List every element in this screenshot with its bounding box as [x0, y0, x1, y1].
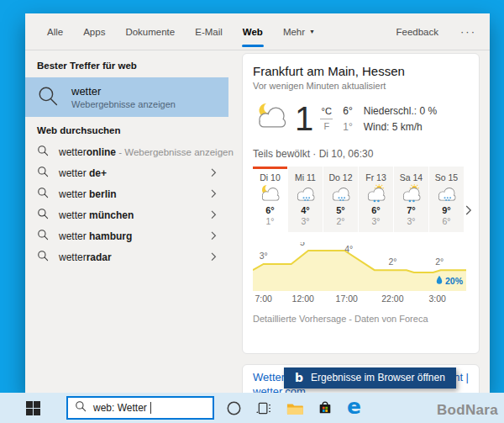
cortana-button[interactable]: [226, 400, 242, 416]
suggestion-list: wetteronline - Webergebnisse anzeigenwet…: [25, 141, 228, 267]
best-match-subtitle: Webergebnisse anzeigen: [71, 99, 176, 109]
day-high: 6°: [359, 205, 393, 215]
day-low: 1°: [253, 216, 287, 226]
chevron-right-icon[interactable]: [211, 252, 217, 262]
suggestion-row[interactable]: wetter hamburg: [25, 225, 228, 246]
best-match-header: Bester Treffer für web: [25, 52, 228, 77]
unit-celsius-toggle[interactable]: °C: [322, 106, 332, 116]
feedback-link[interactable]: Feedback: [396, 27, 438, 37]
chevron-right-icon[interactable]: [211, 210, 217, 219]
chart-precip-value: 20%: [445, 276, 463, 286]
day-low: 3°: [359, 216, 393, 226]
chart-precipitation: 20%: [436, 275, 463, 287]
weather-updated: Vor wenigen Minuten aktualisiert: [253, 81, 469, 91]
tab-mehr[interactable]: Mehr▼: [273, 13, 325, 50]
more-options-icon[interactable]: ···: [460, 25, 476, 38]
tab-e-mail[interactable]: E-Mail: [185, 13, 233, 50]
suggestion-text: wetter de+: [59, 167, 107, 179]
chevron-right-icon[interactable]: [211, 189, 217, 198]
day-label: So 15: [429, 172, 464, 182]
chevron-down-icon: ▼: [309, 29, 315, 34]
svg-text:3°: 3°: [260, 251, 268, 261]
unit-divider: [320, 119, 333, 119]
day-label: Di 10: [253, 172, 287, 182]
forecast-attribution[interactable]: Detaillierte Vorhersage - Daten von Fore…: [253, 314, 469, 324]
edge-button[interactable]: e: [347, 399, 361, 417]
weather-location: Frankfurt am Main, Hessen: [253, 64, 469, 78]
chart-tick-label: 17:00: [336, 293, 358, 304]
svg-text:4°: 4°: [344, 244, 353, 254]
text-cursor: [150, 402, 151, 414]
suggestion-row[interactable]: wetterradar: [25, 246, 228, 267]
tab-web[interactable]: Web: [233, 13, 273, 50]
suggestion-row[interactable]: wetter berlin: [25, 183, 228, 204]
suggestion-text: wetteronline - Webergebnisse anzeigen: [59, 146, 234, 158]
taskbar-search-input[interactable]: web: Wetter: [66, 396, 214, 420]
day-high: 6°: [253, 205, 287, 215]
best-match-title: wetter: [71, 85, 176, 98]
tab-apps[interactable]: Apps: [73, 13, 115, 50]
chart-ticks: 7:0012:0017:0022:003:00: [253, 291, 466, 304]
search-icon: [37, 187, 49, 201]
search-icon: [37, 250, 49, 264]
open-in-browser-label: Ergebnisse im Browser öffnen: [311, 372, 445, 383]
watermark: BodNara: [437, 402, 498, 419]
forecast-day[interactable]: Sa 14 7°3°: [394, 167, 428, 232]
precipitation-stat: Niederschl.: 0 %: [364, 105, 437, 117]
search-icon: [37, 85, 59, 110]
forecast-day[interactable]: Di 10 6°1°: [253, 167, 287, 232]
droplet-icon: [436, 275, 443, 287]
windows-logo-icon: [26, 401, 40, 415]
tab-alle[interactable]: Alle: [37, 13, 73, 50]
suggestion-text: wetter hamburg: [59, 230, 132, 242]
cortana-icon: [226, 400, 242, 416]
task-view-button[interactable]: [256, 401, 272, 415]
chevron-right-icon[interactable]: [211, 168, 217, 177]
unit-fahrenheit-toggle[interactable]: F: [323, 121, 329, 131]
windows-search-flyout: AlleAppsDokumenteE-MailWebMehr▼ Feedback…: [25, 13, 490, 393]
edge-icon: e: [347, 396, 361, 417]
bing-icon: b: [295, 372, 303, 383]
day-label: Do 12: [323, 172, 358, 182]
suggestion-row[interactable]: wetter de+: [25, 162, 228, 183]
taskbar-search-value: web: Wetter: [93, 402, 147, 414]
day-low: 3°: [288, 216, 323, 226]
chart-tick-label: 12:00: [292, 293, 314, 304]
suggestion-text: wetterradar: [59, 251, 112, 263]
task-view-icon: [256, 401, 272, 415]
day-label: Mi 11: [288, 172, 323, 182]
forecast-day[interactable]: Fr 13 6°3°: [359, 167, 393, 232]
tab-list: AlleAppsDokumenteE-MailWebMehr▼: [37, 13, 325, 50]
open-in-browser-button[interactable]: b Ergebnisse im Browser öffnen: [284, 367, 456, 389]
search-icon: [37, 145, 49, 159]
day-high: 4°: [288, 205, 323, 215]
chart-tick-label: 22:00: [381, 293, 403, 304]
best-match-item[interactable]: wetter Webergebnisse anzeigen: [25, 77, 228, 117]
current-weather-icon: [253, 102, 291, 135]
suggestion-row[interactable]: wetter münchen: [25, 204, 228, 225]
suggestion-text: wetter berlin: [59, 188, 117, 200]
suggestion-row[interactable]: wetteronline - Webergebnisse anzeigen: [25, 141, 228, 162]
weather-panel: Frankfurt am Main, Hessen Vor wenigen Mi…: [228, 50, 490, 393]
search-icon: [75, 400, 87, 415]
hourly-chart-svg: 3°5°4°2°2°: [253, 242, 466, 291]
chevron-right-icon[interactable]: [211, 231, 217, 241]
chart-tick-label: 7:00: [255, 293, 271, 304]
forecast-day[interactable]: Mi 11 4°3°: [288, 167, 323, 232]
forecast-day[interactable]: So 15 9°6°: [429, 167, 464, 232]
svg-text:5°: 5°: [300, 242, 308, 247]
day-low: 6°: [429, 216, 464, 226]
microsoft-store-button[interactable]: [318, 400, 333, 415]
search-icon: [37, 166, 49, 180]
wind-stat: Wind: 5 km/h: [364, 121, 437, 133]
web-result-card: Wetter, W ht | wetter.com b Ergebnisse i…: [242, 364, 480, 393]
forecast-day[interactable]: Do 12 5°2°: [323, 167, 358, 232]
file-explorer-button[interactable]: [286, 401, 303, 415]
day-high: 7°: [394, 205, 428, 215]
start-button[interactable]: [26, 401, 40, 415]
forecast-scroll-chevron-icon[interactable]: [465, 204, 472, 219]
current-temperature: 1: [295, 103, 312, 135]
today-high: 6°: [343, 105, 352, 117]
tab-dokumente[interactable]: Dokumente: [115, 13, 185, 50]
day-low: 2°: [323, 216, 358, 226]
